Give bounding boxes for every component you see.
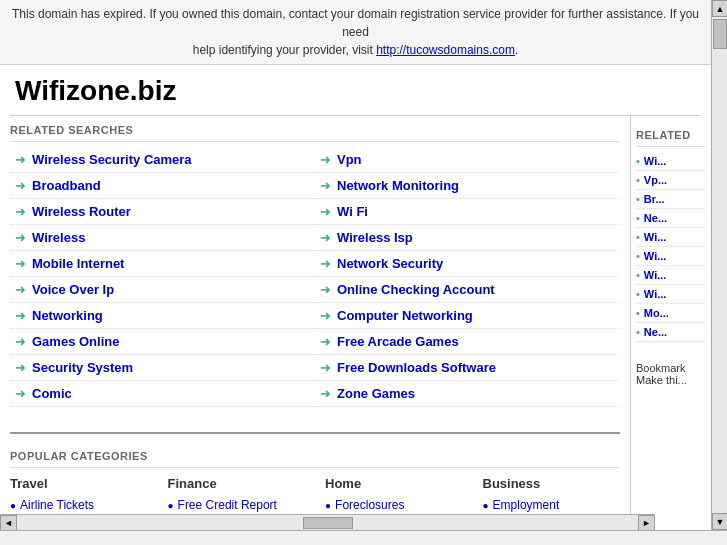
main-wrapper: RELATED SEARCHES ➜Wireless Security Came… [0, 116, 711, 530]
page-body: This domain has expired. If you owned th… [0, 0, 711, 530]
sidebar-link[interactable]: Mo... [644, 307, 669, 319]
sidebar-link[interactable]: Wi... [644, 250, 667, 262]
search-link[interactable]: Mobile Internet [32, 256, 124, 271]
search-item: ➜Wireless Security Camera [10, 147, 315, 173]
scroll-up-button[interactable]: ▲ [712, 0, 727, 17]
scroll-track [712, 17, 727, 513]
search-link[interactable]: Free Arcade Games [337, 334, 459, 349]
search-item: ➜Games Online [10, 329, 315, 355]
scroll-thumb[interactable] [713, 19, 727, 49]
search-link[interactable]: Computer Networking [337, 308, 473, 323]
sidebar-item: •Br... [636, 190, 706, 209]
search-item: ➜Free Arcade Games [315, 329, 620, 355]
search-link[interactable]: Broadband [32, 178, 101, 193]
h-scroll-track [17, 515, 638, 531]
search-arrow: ➜ [320, 282, 331, 297]
sidebar-link[interactable]: Ne... [644, 326, 667, 338]
category-link-item: ●Employment [483, 496, 621, 514]
search-col-1: ➜Wireless Security Camera➜Broadband➜Wire… [10, 147, 315, 407]
search-item: ➜Security System [10, 355, 315, 381]
search-link[interactable]: Security System [32, 360, 133, 375]
search-arrow: ➜ [15, 204, 26, 219]
category-link[interactable]: Foreclosures [335, 498, 404, 512]
sidebar-arrow: • [636, 307, 640, 319]
sidebar-link[interactable]: Vp... [644, 174, 667, 186]
sidebar-arrow: • [636, 231, 640, 243]
sidebar-item: •Wi... [636, 247, 706, 266]
search-item: ➜Comic [10, 381, 315, 407]
search-arrow: ➜ [15, 386, 26, 401]
search-link[interactable]: Wireless Router [32, 204, 131, 219]
search-arrow: ➜ [320, 256, 331, 271]
search-arrow: ➜ [15, 282, 26, 297]
sidebar-arrow: • [636, 288, 640, 300]
search-link[interactable]: Free Downloads Software [337, 360, 496, 375]
banner-link[interactable]: http://tucowsdomains.com [376, 43, 515, 57]
status-bar [0, 530, 727, 545]
sidebar-link[interactable]: Wi... [644, 155, 667, 167]
search-arrow: ➜ [320, 230, 331, 245]
site-title: Wifizone.biz [0, 65, 711, 115]
search-link[interactable]: Zone Games [337, 386, 415, 401]
search-link[interactable]: Comic [32, 386, 72, 401]
search-link[interactable]: Networking [32, 308, 103, 323]
search-arrow: ➜ [320, 178, 331, 193]
search-link[interactable]: Wi Fi [337, 204, 368, 219]
right-sidebar: RELATED •Wi...•Vp...•Br...•Ne...•Wi...•W… [631, 116, 711, 530]
search-link[interactable]: Network Monitoring [337, 178, 459, 193]
category-link[interactable]: Free Credit Report [178, 498, 277, 512]
search-item: ➜Online Checking Account [315, 277, 620, 303]
sidebar-link[interactable]: Wi... [644, 269, 667, 281]
search-arrow: ➜ [320, 308, 331, 323]
sidebar-link[interactable]: Br... [644, 193, 665, 205]
search-item: ➜Wi Fi [315, 199, 620, 225]
main-content: RELATED SEARCHES ➜Wireless Security Came… [0, 116, 631, 530]
search-link[interactable]: Games Online [32, 334, 119, 349]
search-link[interactable]: Wireless Isp [337, 230, 413, 245]
sidebar-link[interactable]: Wi... [644, 288, 667, 300]
search-item: ➜Wireless [10, 225, 315, 251]
sidebar-arrow: • [636, 250, 640, 262]
search-item: ➜Free Downloads Software [315, 355, 620, 381]
search-link[interactable]: Vpn [337, 152, 362, 167]
search-item: ➜Mobile Internet [10, 251, 315, 277]
search-link[interactable]: Online Checking Account [337, 282, 495, 297]
search-columns: ➜Wireless Security Camera➜Broadband➜Wire… [10, 147, 620, 407]
vertical-scrollbar[interactable]: ▲ ▼ [711, 0, 727, 530]
scroll-right-button[interactable]: ► [638, 515, 655, 531]
related-searches-header: RELATED SEARCHES [10, 116, 620, 142]
category-link[interactable]: Employment [493, 498, 560, 512]
search-arrow: ➜ [320, 334, 331, 349]
related-searches-section: RELATED SEARCHES ➜Wireless Security Came… [10, 116, 620, 417]
scroll-down-button[interactable]: ▼ [712, 513, 727, 530]
sidebar-arrow: • [636, 155, 640, 167]
search-item: ➜Computer Networking [315, 303, 620, 329]
category-link-item: ●Foreclosures [325, 496, 463, 514]
category-link[interactable]: Airline Tickets [20, 498, 94, 512]
sidebar-arrow: • [636, 193, 640, 205]
category-title: Business [483, 476, 621, 491]
sidebar-item: •Mo... [636, 304, 706, 323]
browser-window: This domain has expired. If you owned th… [0, 0, 727, 545]
category-title: Travel [10, 476, 148, 491]
search-item: ➜Vpn [315, 147, 620, 173]
h-scroll-thumb[interactable] [303, 517, 353, 529]
search-item: ➜Broadband [10, 173, 315, 199]
search-arrow: ➜ [15, 152, 26, 167]
search-col-2: ➜Vpn➜Network Monitoring➜Wi Fi➜Wireless I… [315, 147, 620, 407]
sidebar-link[interactable]: Ne... [644, 212, 667, 224]
search-link[interactable]: Wireless [32, 230, 85, 245]
search-link[interactable]: Wireless Security Camera [32, 152, 192, 167]
horizontal-scrollbar[interactable]: ◄ ► [0, 514, 655, 530]
sidebar-link[interactable]: Wi... [644, 231, 667, 243]
search-arrow: ➜ [15, 230, 26, 245]
search-link[interactable]: Network Security [337, 256, 443, 271]
search-link[interactable]: Voice Over Ip [32, 282, 114, 297]
category-link-item: ●Airline Tickets [10, 496, 148, 514]
search-arrow: ➜ [15, 360, 26, 375]
bullet-icon: ● [10, 500, 16, 511]
scroll-left-button[interactable]: ◄ [0, 515, 17, 531]
search-item: ➜Network Monitoring [315, 173, 620, 199]
sidebar-item: •Ne... [636, 209, 706, 228]
bullet-icon: ● [483, 500, 489, 511]
